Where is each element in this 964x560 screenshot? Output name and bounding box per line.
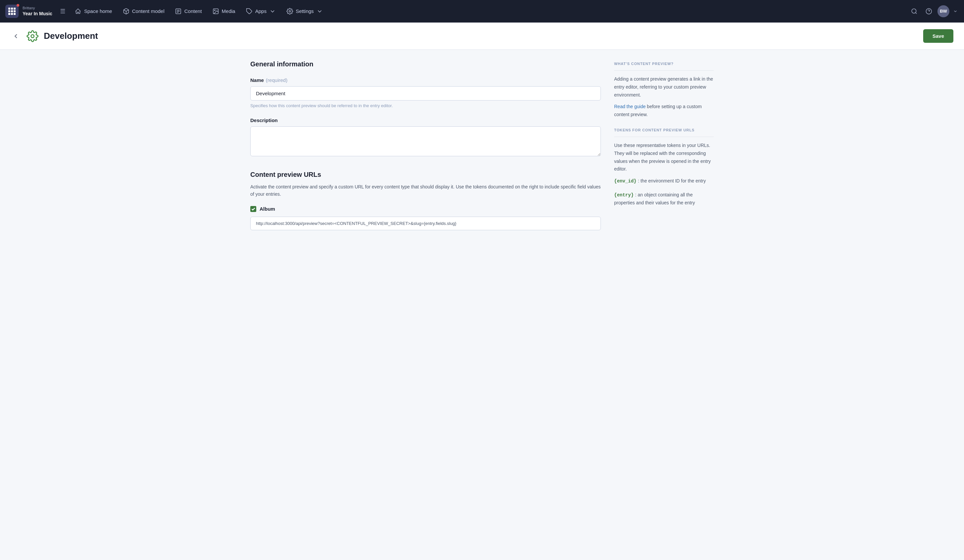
nav-right: BW (908, 5, 959, 17)
home-icon (75, 8, 81, 15)
avatar-chevron[interactable] (952, 5, 959, 17)
back-button[interactable] (11, 31, 21, 41)
name-label: Name (required) (250, 77, 601, 83)
hamburger-menu[interactable]: ☰ (57, 5, 68, 18)
sidebar-whats-heading: WHAT'S CONTENT PREVIEW? (614, 62, 714, 66)
sidebar-whats-text: Adding a content preview generates a lin… (614, 75, 714, 99)
sidebar: WHAT'S CONTENT PREVIEW? Adding a content… (614, 60, 714, 549)
nav-item-space-home[interactable]: Space home (69, 5, 117, 17)
checkmark-icon (251, 207, 255, 211)
read-guide-link[interactable]: Read the guide (614, 104, 647, 109)
sidebar-guide-text: Read the guide before setting up a custo… (614, 103, 714, 119)
sidebar-whats-preview: WHAT'S CONTENT PREVIEW? Adding a content… (614, 62, 714, 119)
settings-chevron-icon (316, 8, 323, 15)
content-area: General information Name (required) Spec… (240, 50, 724, 560)
edit-icon (175, 8, 182, 15)
general-info-title: General information (250, 60, 601, 68)
nav-item-media[interactable]: Media (207, 5, 241, 17)
urls-description: Activate the content preview and specify… (250, 183, 601, 198)
nav-item-settings[interactable]: Settings (281, 5, 328, 17)
sidebar-divider-1 (614, 70, 714, 71)
main-wrapper: Development Save General information Nam… (0, 23, 964, 560)
svg-point-8 (289, 10, 290, 12)
name-input[interactable] (250, 86, 601, 101)
svg-point-9 (912, 9, 916, 13)
description-label: Description (250, 117, 601, 123)
apps-chevron-icon (269, 8, 276, 15)
search-icon (911, 8, 918, 15)
nav-item-apps[interactable]: Apps (241, 5, 281, 17)
svg-point-6 (215, 10, 215, 10)
grid-icon (8, 8, 16, 15)
help-button[interactable] (923, 5, 935, 17)
top-navigation: Brittany Year In Music ☰ Space home Cont… (0, 0, 964, 23)
token1-item: {env_id} : the environment ID for the en… (614, 177, 714, 185)
nav-label-content-model: Content model (132, 8, 164, 14)
brand-dot (16, 4, 19, 6)
brand-area: Brittany Year In Music ☰ (5, 5, 68, 18)
sidebar-tokens-heading: TOKENS FOR CONTENT PREVIEW URLS (614, 128, 714, 132)
box-icon (123, 8, 129, 15)
page-gear-icon (26, 30, 39, 42)
sidebar-tokens: TOKENS FOR CONTENT PREVIEW URLS Use thes… (614, 128, 714, 207)
form-section: General information Name (required) Spec… (250, 60, 601, 549)
nav-item-content-model[interactable]: Content model (117, 5, 170, 17)
avatar-chevron-icon (953, 9, 958, 14)
urls-section: Content preview URLs Activate the conten… (250, 171, 601, 230)
help-icon (925, 8, 932, 15)
avatar[interactable]: BW (938, 5, 949, 17)
album-label: Album (260, 206, 275, 212)
description-field-group: Description (250, 117, 601, 157)
album-url-input[interactable] (250, 217, 601, 230)
nav-label-content: Content (184, 8, 202, 14)
page-header-left: Development (11, 30, 98, 42)
urls-title: Content preview URLs (250, 171, 601, 179)
token2-code: {entry} (614, 192, 634, 198)
svg-line-10 (915, 12, 917, 14)
settings-icon (287, 8, 293, 15)
search-button[interactable] (908, 5, 920, 17)
nav-items: Space home Content model Content Media (69, 5, 907, 17)
description-textarea[interactable] (250, 127, 601, 156)
nav-label-media: Media (222, 8, 235, 14)
brand-text: Brittany Year In Music (23, 6, 52, 16)
token1-code: {env_id} (614, 179, 637, 184)
name-required: (required) (266, 77, 287, 83)
album-checkbox[interactable] (250, 206, 256, 212)
brand-icon[interactable] (5, 5, 19, 18)
album-row: Album (250, 206, 601, 212)
nav-label-settings: Settings (296, 8, 314, 14)
sidebar-tokens-desc: Use these representative tokens in your … (614, 142, 714, 173)
name-hint: Specifies how this content preview shoul… (250, 103, 601, 108)
nav-label-apps: Apps (255, 8, 267, 14)
brand-subtitle: Brittany (23, 6, 52, 10)
page-header: Development Save (0, 23, 964, 50)
token2-item: {entry} : an object containing all the p… (614, 191, 714, 207)
svg-point-13 (31, 34, 34, 37)
page-title: Development (44, 31, 98, 41)
brand-title: Year In Music (23, 11, 52, 16)
puzzle-icon (246, 8, 252, 15)
name-field-group: Name (required) Specifies how this conte… (250, 77, 601, 108)
token1-desc: : the environment ID for the entry (638, 178, 706, 183)
save-button[interactable]: Save (923, 29, 953, 43)
image-icon (212, 8, 219, 15)
nav-item-content[interactable]: Content (169, 5, 207, 17)
nav-label-space-home: Space home (84, 8, 112, 14)
back-arrow-icon (12, 32, 20, 40)
